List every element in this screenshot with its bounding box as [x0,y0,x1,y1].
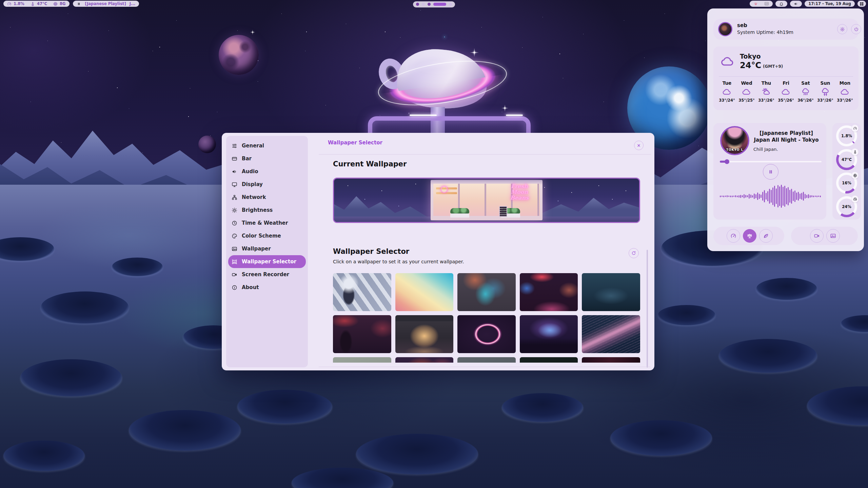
workspace-occupied[interactable] [428,3,431,6]
clock-pill[interactable]: 17:17 - Tue, 19 Aug [805,1,855,7]
visualizer-bar [755,194,756,198]
sidebar-item-label: Audio [242,168,258,175]
visualizer-bar [803,192,804,201]
wallpaper-thumb-pastel-gradient[interactable] [395,273,454,311]
sidebar-item-screen-recorder[interactable]: Screen Recorder [228,268,306,281]
wallpaper-thumb-crimson-forest[interactable] [333,315,391,353]
media-progress-track[interactable] [720,161,822,162]
info-icon [232,285,237,290]
wallpaper-thumb-lofi-coffee-shop[interactable] [395,315,454,353]
wallpaper-thumb-grey-minimal[interactable] [457,357,516,363]
workspace-active[interactable] [433,3,446,6]
visualizer-bar [774,186,775,207]
dashboard-tools-card [713,227,784,245]
wallpaper-thumb-anime-street[interactable] [333,273,391,311]
bell-icon [779,2,784,6]
wallpaper-thumb-wire-mesh[interactable] [582,315,640,353]
tune-icon [232,143,237,149]
cloud-icon [742,87,751,96]
system-stats-pill[interactable]: 1.8% 47°C 8G [3,1,70,7]
visualizer-bar [732,196,733,197]
visualizer-bar [722,196,723,197]
sidebar-item-brightness[interactable]: Brightness [228,204,306,217]
current-wallpaper-preview: Fresh Moon Beans [333,178,640,223]
wallpaper-thumb-teal-blur[interactable] [457,273,516,311]
system-stats-card: 1.8%47°C16%24% [832,123,861,220]
forecast-day-label: Tue [723,80,732,86]
crater [719,339,817,373]
stat-ring-47-c: 47°C [836,149,857,170]
screenshot-button[interactable] [826,229,840,243]
visualizer-bar [772,187,773,205]
visualizer-bar [754,194,755,199]
current-wallpaper-heading: Current Wallpaper [333,160,407,168]
wallpaper-thumb-nebula-forest[interactable] [520,315,578,353]
visualizer-bar [766,193,767,200]
wallpaper-thumb-sage-field[interactable] [333,357,391,363]
sidebar-item-label: Time & Weather [242,220,288,226]
refresh-button[interactable] [629,248,639,258]
volume-pill[interactable] [790,1,802,7]
wallpaper-thumb-autumn-grove[interactable] [395,357,454,363]
workspace-empty[interactable] [422,3,425,6]
sidebar-item-label: General [242,143,264,149]
workspace-occupied[interactable] [416,3,419,6]
tray-image-icon[interactable] [764,1,769,6]
close-button[interactable]: ✕ [634,141,644,150]
scales-tool-button[interactable] [743,229,756,243]
tray-app-icon[interactable] [753,1,758,6]
gauge-icon [730,233,736,239]
sidebar-item-about[interactable]: About [228,281,306,294]
screen-record-button[interactable] [810,229,824,243]
visualizer-bar [771,190,772,203]
wallpaper-thumb-arcade-alley[interactable] [520,273,578,311]
stat-badge [851,125,859,132]
neon-line: Moon [504,189,535,195]
dashboard-launcher[interactable] [857,1,866,7]
stat-badge [851,148,859,156]
forecast-mon: Mon33°/26° [836,80,854,107]
system-tray-pill[interactable] [750,1,773,7]
forecast-tue: Tue33°/24° [718,80,736,107]
crater [756,278,817,300]
media-pill[interactable]: 【Japanese Playlist】 J... [73,1,139,7]
forecast-sun: Sun33°/26° [816,80,834,107]
wallpaper-thumb-dark-teal[interactable] [520,357,578,363]
sidebar-item-wallpaper-selector[interactable]: Wallpaper Selector [228,255,306,268]
sidebar-item-color-scheme[interactable]: Color Scheme [228,229,306,242]
wallpaper-thumb-magenta-ring[interactable] [457,315,516,353]
sidebar-item-audio[interactable]: Audio [228,165,306,178]
media-progress-thumb[interactable] [725,159,729,164]
leaf-tool-button[interactable] [759,229,773,243]
visualizer-bar [747,195,748,197]
cloud-icon [782,87,790,96]
forecast-day-label: Thu [762,80,771,86]
wallpaper-thumb-maroon-haze[interactable] [582,357,640,363]
dashboard-panel: seb System Uptime: 4h19m Tokyo 24°C (GMT… [707,8,864,251]
scrollbar[interactable] [647,250,648,368]
media-subtitle: Chill Japan. [753,147,778,152]
sidebar-item-bar[interactable]: Bar [228,152,306,165]
visualizer-bar [776,188,777,204]
settings-button[interactable] [837,24,847,34]
refresh-icon [631,251,636,256]
preview-menu-board [499,206,507,217]
wallpaper-thumb-snowy-village[interactable] [582,273,640,311]
workspace-empty[interactable] [449,3,452,6]
sidebar-item-display[interactable]: Display [228,178,306,191]
power-button[interactable] [851,24,861,34]
visualizer-bar [733,196,734,197]
notifications-pill[interactable] [775,1,787,7]
sidebar-item-time-weather[interactable]: Time & Weather [228,217,306,229]
visualizer-bar [730,196,731,197]
stat-ring-16: 16% [836,172,857,194]
visualizer-bar [784,186,785,207]
visualizer-bar [805,194,806,199]
sidebar-item-general[interactable]: General [228,139,306,152]
preview-cafe: Fresh Moon Beans [431,180,542,220]
sidebar-item-wallpaper[interactable]: Wallpaper [228,242,306,255]
stat-ring-24: 24% [836,196,857,217]
gauge-tool-button[interactable] [727,229,740,243]
capture-tools-card [791,227,858,245]
sidebar-item-network[interactable]: Network [228,191,306,204]
